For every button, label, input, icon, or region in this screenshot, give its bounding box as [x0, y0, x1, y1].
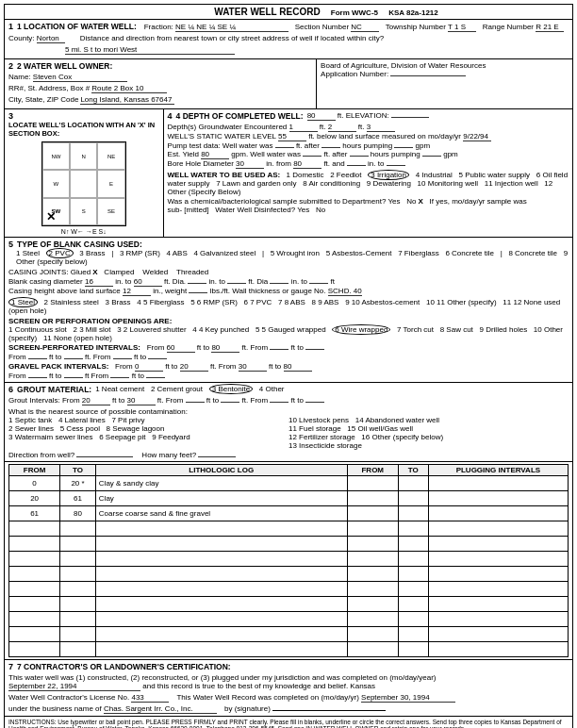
map-grid: NW N NE W E SW S SE ✕: [41, 141, 126, 226]
litho-plug: [428, 552, 568, 567]
litho-from2: [347, 476, 398, 491]
litho-to2: [398, 597, 428, 612]
litho-plug: [428, 537, 568, 552]
table-row: [9, 521, 569, 537]
litho-from2: [347, 537, 398, 552]
litho-desc: [95, 521, 347, 537]
table-row: 2061Clay: [9, 491, 569, 506]
table-row: [9, 552, 569, 567]
steel-circled: 1 Steel: [8, 297, 38, 307]
litho-desc: [95, 612, 347, 627]
litho-desc: [95, 597, 347, 612]
col-to2: TO: [398, 465, 428, 476]
litho-from: [9, 627, 60, 642]
map-cell-ne: NE: [97, 142, 124, 170]
map-cell-sw: SW: [42, 198, 70, 225]
litho-to: [60, 627, 96, 642]
litho-desc: Clay & sandy clay: [95, 476, 347, 491]
litho-from: 0: [9, 476, 60, 491]
section2-wrapper: 2 2 WATER WELL OWNER: Name: Steven Cox R…: [5, 59, 572, 109]
section4: 4 4 DEPTH OF COMPLETED WELL: 80 ft. ELEV…: [164, 109, 572, 237]
litho-to2: [398, 642, 428, 657]
litho-plug: [428, 612, 568, 627]
table-row: [9, 612, 569, 627]
table-row: [9, 582, 569, 597]
litho-to: [60, 612, 96, 627]
section3-4-wrapper: 3 LOCATE WELL'S LOCATION WITH AN 'X' IN …: [5, 109, 572, 238]
litho-to2: [398, 567, 428, 582]
pvc-circled: 2 PVC: [46, 248, 74, 258]
litho-desc: [95, 537, 347, 552]
litho-to: [60, 552, 96, 567]
table-row: 020 *Clay & sandy clay: [9, 476, 569, 491]
litho-to: 20 *: [60, 476, 96, 491]
litho-from: [9, 521, 60, 537]
litho-plug: [428, 491, 568, 506]
litho-to: [60, 537, 96, 552]
table-row: 6180Coarse coarse sand & fine gravel: [9, 506, 569, 521]
section5: 5 TYPE OF BLANK CASING USED: 1 Steel 2 P…: [5, 238, 572, 383]
litho-to2: [398, 537, 428, 552]
litho-from: [9, 582, 60, 597]
litho-plug: [428, 476, 568, 491]
map-cell-e: E: [97, 170, 124, 197]
litho-from2: [347, 552, 398, 567]
col-from2: FROM: [347, 465, 398, 476]
litho-from: [9, 567, 60, 582]
litho-from2: [347, 642, 398, 657]
litho-plug: [428, 506, 568, 521]
table-row: [9, 627, 569, 642]
litho-from2: [347, 567, 398, 582]
col-to: TO: [60, 465, 96, 476]
section7: 7 7 CONTRACTOR'S OR LANDOWNER'S CERTIFIC…: [5, 660, 572, 717]
litho-to2: [398, 552, 428, 567]
litho-desc: [95, 582, 347, 597]
litho-from2: [347, 506, 398, 521]
litho-plug: [428, 627, 568, 642]
map-cell-n: N: [70, 142, 97, 170]
litho-from2: [347, 627, 398, 642]
col-desc: LITHOLOGIC LOG: [95, 465, 347, 476]
litho-to: 61: [60, 491, 96, 506]
litho-plug: [428, 521, 568, 537]
litho-from: [9, 552, 60, 567]
litho-from: [9, 597, 60, 612]
section6: 6 GROUT MATERIAL: 1 Neat cement 2 Cement…: [5, 383, 572, 462]
bentonite-circled: 3 Bentonite: [209, 384, 253, 394]
litho-plug: [428, 582, 568, 597]
litho-desc: Coarse coarse sand & fine gravel: [95, 506, 347, 521]
table-row: [9, 567, 569, 582]
irrigation-circled: 3 Irrigation: [368, 170, 409, 180]
litho-to2: [398, 612, 428, 627]
litho-to: [60, 567, 96, 582]
map-cell-se: SE: [97, 198, 124, 225]
wire-wrapped-circled: 6 Wire wrapped: [332, 324, 390, 335]
litho-from2: [347, 491, 398, 506]
section2-right: Board of Agriculture, Division of Water …: [317, 59, 572, 108]
map-cell-w: W: [42, 170, 70, 197]
table-row: [9, 642, 569, 657]
litho-desc: Clay: [95, 491, 347, 506]
litho-desc: [95, 642, 347, 657]
instructions-footer: INSTRUCTIONS: Use typewriter or ball poi…: [5, 717, 572, 728]
litho-to: 80: [60, 506, 96, 521]
litho-to2: [398, 582, 428, 597]
litho-to: [60, 642, 96, 657]
section-location: 1 1 LOCATION OF WATER WELL: Fraction: NE…: [5, 20, 572, 59]
litholog-section: FROM TO LITHOLOGIC LOG FROM TO PLUGGING …: [5, 462, 572, 660]
litho-to2: [398, 476, 428, 491]
litho-from: [9, 537, 60, 552]
litho-plug: [428, 567, 568, 582]
col-from: FROM: [9, 465, 60, 476]
litho-plug: [428, 642, 568, 657]
table-row: [9, 597, 569, 612]
map-cell-nw: NW: [42, 142, 70, 170]
litholog-table: FROM TO LITHOLOGIC LOG FROM TO PLUGGING …: [8, 464, 569, 657]
litho-from2: [347, 612, 398, 627]
litho-desc: [95, 567, 347, 582]
col-plug: PLUGGING INTERVALS: [428, 465, 568, 476]
map-cell-c: [70, 170, 97, 197]
litho-plug: [428, 597, 568, 612]
litho-to2: [398, 506, 428, 521]
litho-from2: [347, 521, 398, 537]
